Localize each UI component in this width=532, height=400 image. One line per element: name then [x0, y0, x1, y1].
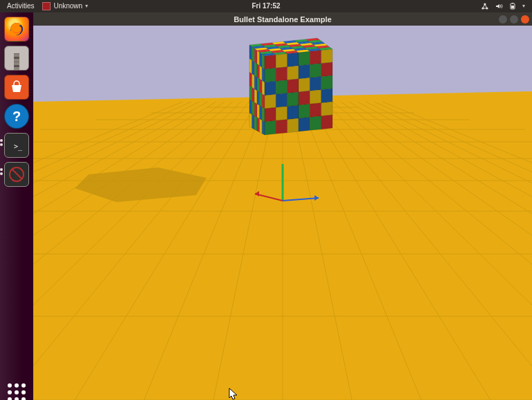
svg-marker-94: [252, 87, 255, 102]
svg-marker-107: [257, 104, 260, 118]
svg-marker-156: [321, 115, 332, 129]
clock-label[interactable]: Fri 17:52: [251, 0, 280, 12]
svg-marker-126: [265, 120, 276, 135]
svg-marker-151: [321, 49, 332, 64]
dock-item-firefox[interactable]: [4, 17, 29, 42]
window-titlebar[interactable]: Bullet Standalone Example: [33, 12, 532, 26]
svg-marker-138: [287, 118, 299, 133]
svg-marker-85: [249, 45, 252, 60]
svg-marker-147: [310, 77, 321, 91]
svg-marker-92: [252, 60, 255, 75]
svg-marker-113: [260, 106, 263, 120]
svg-marker-112: [260, 92, 263, 107]
svg-marker-90: [249, 113, 252, 128]
svg-marker-152: [321, 62, 332, 77]
dock-item-bullet[interactable]: [4, 162, 29, 187]
help-icon: ?: [12, 109, 21, 125]
svg-marker-116: [262, 67, 265, 82]
svg-marker-133: [287, 53, 299, 67]
svg-marker-134: [287, 66, 299, 80]
svg-marker-129: [276, 80, 287, 95]
network-icon[interactable]: [481, 2, 489, 10]
svg-marker-97: [254, 48, 257, 64]
svg-marker-120: [262, 120, 265, 135]
scene-cube: [249, 38, 332, 135]
svg-marker-95: [252, 101, 255, 116]
window-minimize-button[interactable]: [499, 15, 507, 24]
svg-marker-87: [249, 72, 252, 87]
svg-marker-136: [287, 92, 299, 107]
svg-marker-135: [287, 79, 299, 93]
battery-icon[interactable]: [508, 2, 517, 10]
dock-item-software[interactable]: [4, 75, 29, 100]
svg-marker-111: [260, 79, 263, 94]
svg-marker-93: [252, 74, 255, 89]
chevron-down-icon: ▾: [85, 0, 88, 12]
svg-marker-108: [257, 118, 260, 132]
dock-item-terminal[interactable]: >_: [4, 133, 29, 158]
svg-marker-132: [276, 120, 287, 134]
svg-marker-127: [276, 54, 287, 69]
window-maximize-button[interactable]: [510, 15, 518, 24]
svg-marker-100: [254, 89, 257, 104]
svg-marker-106: [257, 91, 260, 106]
svg-marker-144: [299, 117, 310, 131]
svg-marker-142: [299, 91, 310, 105]
svg-marker-114: [260, 119, 263, 134]
dock-item-help[interactable]: ?: [4, 104, 29, 129]
svg-marker-104: [257, 64, 260, 79]
svg-marker-130: [276, 93, 287, 108]
svg-marker-143: [299, 104, 310, 118]
window-title: Bullet Standalone Example: [233, 15, 331, 24]
svg-marker-146: [310, 64, 321, 78]
system-menu-chevron-icon[interactable]: ▾: [522, 0, 525, 12]
software-icon: [9, 80, 24, 95]
show-applications-button[interactable]: [5, 381, 28, 400]
app-menu-label: Unknown: [53, 0, 82, 12]
blocked-icon: [9, 167, 24, 182]
terminal-icon: >_: [14, 143, 22, 150]
svg-marker-105: [257, 78, 260, 93]
app-menu[interactable]: Unknown ▾: [42, 0, 88, 12]
svg-marker-125: [265, 107, 276, 122]
dock-launcher: ? >_: [0, 12, 33, 400]
firefox-icon: [8, 21, 25, 37]
activities-button[interactable]: Activities: [7, 0, 34, 12]
svg-marker-141: [299, 78, 310, 92]
svg-marker-140: [299, 64, 310, 79]
svg-marker-155: [321, 102, 332, 116]
svg-marker-109: [260, 53, 263, 68]
svg-marker-123: [265, 81, 276, 96]
svg-marker-101: [254, 102, 257, 118]
volume-icon[interactable]: [495, 2, 503, 10]
svg-rect-5: [511, 6, 514, 8]
svg-marker-103: [257, 51, 260, 66]
svg-marker-102: [254, 116, 257, 131]
svg-marker-118: [262, 94, 265, 109]
svg-marker-96: [252, 114, 255, 129]
svg-marker-124: [265, 94, 276, 109]
svg-marker-119: [262, 107, 265, 122]
svg-marker-128: [276, 67, 287, 82]
svg-marker-154: [321, 89, 332, 103]
svg-marker-91: [252, 47, 255, 62]
svg-marker-137: [287, 105, 299, 120]
svg-marker-153: [321, 75, 332, 90]
svg-marker-110: [260, 66, 263, 81]
svg-marker-150: [310, 116, 321, 131]
dock-item-files[interactable]: [4, 46, 29, 71]
window-close-button[interactable]: [521, 15, 529, 24]
3d-viewport[interactable]: [33, 26, 532, 400]
svg-marker-98: [254, 62, 257, 78]
svg-marker-121: [265, 55, 276, 69]
svg-marker-122: [265, 68, 276, 82]
svg-marker-117: [262, 81, 265, 96]
svg-marker-86: [249, 59, 252, 74]
svg-marker-88: [249, 86, 252, 101]
svg-marker-115: [262, 54, 265, 69]
svg-marker-148: [310, 90, 321, 104]
svg-marker-99: [254, 75, 257, 91]
svg-marker-139: [299, 51, 310, 66]
svg-rect-4: [512, 3, 513, 3]
gnome-top-panel: Activities Unknown ▾ Fri 17:52 ▾: [0, 0, 532, 12]
